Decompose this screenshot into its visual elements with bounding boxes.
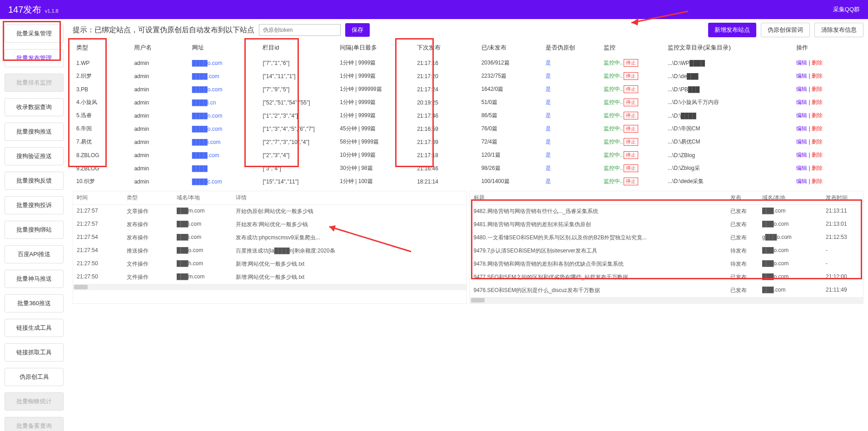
log-left: 时间类型域名/本地详情21:27:57文章操作███m.com开始伪原创:网站优… [73, 191, 467, 304]
site-url[interactable]: ████ [192, 165, 208, 172]
pseudo-flag[interactable]: 是 [546, 99, 551, 105]
app-title: 147发布 [8, 5, 41, 15]
main-panel: 提示：已绑定站点，可设置伪原创后自动发布到以下站点 保存 新增发布站点 伪原创保… [68, 19, 868, 431]
add-site-button[interactable]: 新增发布站点 [708, 23, 756, 37]
edit-link[interactable]: 编辑 [796, 73, 807, 79]
stop-button[interactable]: 停止 [624, 178, 638, 185]
pseudo-flag[interactable]: 是 [546, 152, 551, 158]
edit-link[interactable]: 编辑 [796, 152, 807, 158]
scrollbar[interactable] [73, 284, 466, 290]
save-button[interactable]: 保存 [345, 23, 370, 37]
sidebar-item-15: 批量蜘蛛统计 [5, 392, 64, 411]
site-url[interactable]: ████c.com [192, 178, 222, 185]
edit-link[interactable]: 编辑 [796, 165, 807, 171]
sidebar-item-7[interactable]: 批量搜狗投诉 [5, 196, 64, 214]
sidebar-item-4[interactable]: 批量搜狗推送 [5, 123, 64, 141]
site-url[interactable]: ████.com [192, 152, 219, 159]
sidebar-item-3[interactable]: 收录数据查询 [5, 98, 64, 116]
log-row: 9480.一文看懂SEO和SEM的关系与区别,以及你的B2B外贸独立站究竟...… [470, 231, 863, 244]
delete-link[interactable]: 删除 [812, 165, 823, 171]
monitor-status: 监控中.. [604, 152, 623, 158]
scrollbar[interactable] [470, 297, 863, 303]
delete-link[interactable]: 删除 [812, 112, 823, 119]
site-url[interactable]: ████i.cn [192, 99, 216, 106]
site-url[interactable]: ████o.com [192, 86, 223, 93]
pseudo-flag[interactable]: 是 [546, 165, 551, 171]
monitor-status: 监控中.. [604, 178, 623, 184]
edit-link[interactable]: 编辑 [796, 99, 807, 105]
col-header: 下次发布 [413, 41, 478, 56]
token-input[interactable] [259, 24, 341, 36]
delete-link[interactable]: 删除 [812, 99, 823, 105]
pseudo-flag[interactable]: 是 [546, 59, 551, 66]
pseudo-flag[interactable]: 是 [546, 86, 551, 92]
stop-button[interactable]: 停止 [624, 59, 638, 67]
log-row: 21:27:50文件操作███m.com新增:网站优化一般多少钱.txt [73, 271, 466, 284]
log-row: 9477.SEO和SEM之间的区别和优劣势有哪些_站群发布千万数据已发布███o… [470, 271, 863, 284]
sidebar-item-11[interactable]: 批量360推送 [5, 294, 64, 312]
log-col: 类型 [123, 191, 173, 204]
sidebar-item-9[interactable]: 百度API推送 [5, 245, 64, 263]
site-url[interactable]: ████o.com [192, 60, 223, 66]
site-url[interactable]: ████n.com [192, 113, 223, 119]
pseudo-flag[interactable]: 是 [546, 139, 551, 145]
sidebar-item-12[interactable]: 链接生成工具 [5, 319, 64, 337]
col-header: 间隔|单日最多 [336, 41, 413, 56]
site-url[interactable]: ████.com [192, 73, 219, 79]
clear-info-button[interactable]: 清除发布信息 [814, 23, 863, 37]
col-header: 已/未发布 [478, 41, 542, 56]
sidebar-item-10[interactable]: 批量神马推送 [5, 270, 64, 288]
stop-button[interactable]: 停止 [624, 151, 638, 159]
stop-button[interactable]: 停止 [624, 72, 638, 80]
sidebar-item-0[interactable]: 批量采集管理 [5, 25, 64, 43]
delete-link[interactable]: 删除 [812, 86, 823, 92]
edit-link[interactable]: 编辑 [796, 59, 807, 66]
sidebar-item-1[interactable]: 批量发布管理 [5, 49, 64, 67]
pseudo-flag[interactable]: 是 [546, 73, 551, 79]
delete-link[interactable]: 删除 [812, 73, 823, 79]
edit-link[interactable]: 编辑 [796, 139, 807, 145]
col-header: 监控文章目录(采集目录) [664, 41, 793, 56]
monitor-status: 监控中.. [604, 86, 623, 92]
stop-button[interactable]: 停止 [624, 112, 638, 119]
log-col: 时间 [73, 191, 123, 204]
sidebar-item-14[interactable]: 伪原创工具 [5, 368, 64, 386]
sidebar-item-8[interactable]: 批量搜狗绑站 [5, 221, 64, 239]
pseudo-flag[interactable]: 是 [546, 125, 551, 132]
sidebar-item-5[interactable]: 搜狗验证推送 [5, 147, 64, 165]
keep-words-button[interactable]: 伪原创保留词 [761, 23, 810, 37]
site-url[interactable]: ████o.com [192, 126, 223, 132]
edit-link[interactable]: 编辑 [796, 125, 807, 132]
sidebar-item-6[interactable]: 批量搜狗反馈 [5, 172, 64, 190]
edit-link[interactable]: 编辑 [796, 112, 807, 119]
stop-button[interactable]: 停止 [624, 138, 638, 146]
pseudo-flag[interactable]: 是 [546, 178, 551, 184]
site-url[interactable]: ████i.com [192, 139, 221, 145]
delete-link[interactable]: 删除 [812, 178, 823, 184]
qq-link[interactable]: 采集QQ群 [833, 5, 860, 14]
stop-button[interactable]: 停止 [624, 99, 638, 106]
edit-link[interactable]: 编辑 [796, 178, 807, 184]
log-row: 9482.网络营销与网络营销有些什么..._迅睿采集系统已发布███.com21… [470, 205, 863, 218]
delete-link[interactable]: 删除 [812, 152, 823, 158]
log-col: 发布时间 [822, 191, 863, 204]
stop-button[interactable]: 停止 [624, 164, 638, 172]
table-row: 8.ZBLOGadmin████.com["2","3","4"]10分钟 | … [73, 149, 863, 162]
delete-link[interactable]: 删除 [812, 125, 823, 132]
edit-link[interactable]: 编辑 [796, 86, 807, 92]
monitor-status: 监控中.. [604, 99, 623, 105]
table-row: 2.织梦admin████.com["14","11","1"]1分钟 | 99… [73, 69, 863, 83]
log-row: 21:27:57发布操作███i.com开始发布:网站优化一般多少钱 [73, 218, 466, 231]
sidebar-item-13[interactable]: 链接抓取工具 [5, 343, 64, 362]
pseudo-flag[interactable]: 是 [546, 112, 551, 119]
delete-link[interactable]: 删除 [812, 59, 823, 66]
app-version: v1.1.8 [45, 8, 59, 14]
table-row: 6.帝国admin████o.com["1","3","4","5","6","… [73, 122, 863, 135]
monitor-status: 监控中.. [604, 139, 623, 145]
col-header: 监控 [600, 41, 665, 56]
table-row: 3.PBadmin████o.com["7","9","5"]1分钟 | 999… [73, 83, 863, 96]
monitor-status: 监控中.. [604, 112, 623, 119]
stop-button[interactable]: 停止 [624, 125, 638, 133]
stop-button[interactable]: 停止 [624, 85, 638, 93]
delete-link[interactable]: 删除 [812, 139, 823, 145]
